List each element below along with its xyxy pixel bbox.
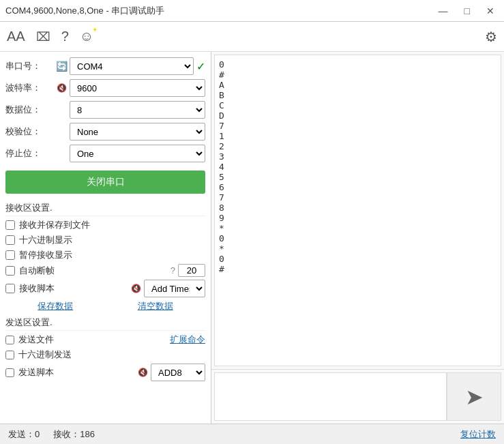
- send-textarea[interactable]: [214, 372, 447, 421]
- data-bits-row: 数据位： 8: [5, 101, 205, 119]
- send-arrow-icon: ➤: [465, 384, 484, 410]
- gear-icon[interactable]: ⚙: [485, 29, 497, 45]
- clear-data-button[interactable]: 清空数据: [138, 300, 173, 312]
- auto-frame-right: ?: [171, 264, 205, 277]
- baud-rate-icon: 🔇: [53, 83, 70, 93]
- toolbar: AA ⌧ ? ☺ ✦ ⚙: [0, 22, 504, 52]
- check-mark: ✓: [196, 60, 205, 73]
- reset-count-button[interactable]: 复位计数: [460, 428, 496, 441]
- send-area-row: ➤: [211, 369, 504, 424]
- serial-port-row: 串口号： 🔄 COM4 ✓: [5, 57, 205, 75]
- receive-script-checkbox[interactable]: [5, 284, 15, 293]
- send-settings-title: 发送区设置.: [5, 316, 205, 331]
- save-to-file-row: 接收并保存到文件: [5, 219, 205, 231]
- star-icon: ✦: [92, 26, 98, 33]
- hex-send-checkbox[interactable]: [5, 351, 14, 359]
- hex-display-checkbox[interactable]: [5, 235, 15, 245]
- window-title: COM4,9600,None,8,One - 串口调试助手: [5, 5, 164, 17]
- smiley-icon[interactable]: ☺ ✦: [80, 29, 93, 44]
- send-script-icon: 🔇: [138, 368, 148, 377]
- data-bits-select[interactable]: 8: [70, 101, 205, 119]
- receive-settings-title: 接收区设置.: [5, 202, 205, 216]
- send-file-checkbox[interactable]: [5, 336, 14, 344]
- serial-port-icon: 🔄: [53, 61, 70, 72]
- hex-send-label: 十六进制发送: [18, 349, 72, 361]
- send-count: 0: [35, 429, 40, 439]
- save-data-button[interactable]: 保存数据: [38, 300, 73, 312]
- receive-count: 186: [80, 429, 95, 439]
- serial-port-select[interactable]: COM4: [70, 57, 194, 75]
- parity-label: 校验位：: [5, 125, 53, 138]
- title-bar: COM4,9600,None,8,One - 串口调试助手 — □ ✕: [0, 0, 504, 22]
- pause-display-label: 暂停接收显示: [19, 249, 72, 261]
- data-link-row: 保存数据 清空数据: [5, 300, 205, 312]
- receive-script-label: 接收脚本: [19, 282, 55, 295]
- send-script-checkbox[interactable]: [5, 368, 14, 377]
- close-port-button[interactable]: 关闭串口: [5, 171, 205, 194]
- data-bits-label: 数据位：: [5, 104, 53, 116]
- auto-frame-input[interactable]: [178, 264, 205, 277]
- parity-select[interactable]: None: [70, 123, 205, 140]
- receive-script-select[interactable]: Add Timest: [144, 280, 205, 297]
- auto-frame-checkbox[interactable]: [5, 266, 15, 276]
- send-file-label: 发送文件: [18, 334, 54, 346]
- close-button[interactable]: ✕: [482, 4, 499, 18]
- serial-port-label: 串口号：: [5, 60, 53, 72]
- pause-display-row: 暂停接收显示: [5, 249, 205, 261]
- send-script-label: 发送脚本: [18, 366, 54, 379]
- minimize-button[interactable]: —: [434, 4, 452, 18]
- baud-rate-row: 波特率： 🔇 9600: [5, 79, 205, 97]
- save-to-file-label: 接收并保存到文件: [19, 219, 90, 231]
- receive-script-icon: 🔇: [131, 284, 141, 293]
- auto-frame-label: 自动断帧: [19, 265, 55, 277]
- title-bar-controls: — □ ✕: [434, 4, 499, 18]
- baud-rate-label: 波特率：: [5, 82, 53, 94]
- status-bar: 发送：0 接收：186 复位计数: [0, 424, 504, 444]
- receive-label: 接收：: [53, 429, 80, 439]
- send-script-row: 发送脚本 🔇 ADD8: [5, 364, 205, 381]
- send-script-select[interactable]: ADD8: [151, 364, 205, 381]
- auto-frame-question[interactable]: ?: [171, 265, 175, 276]
- help-icon[interactable]: ?: [61, 29, 69, 44]
- stop-bits-row: 停止位： One: [5, 145, 205, 162]
- hex-display-label: 十六进制显示: [19, 234, 72, 246]
- receive-status: 接收：186: [53, 428, 95, 441]
- stop-bits-label: 停止位：: [5, 147, 53, 160]
- font-icon[interactable]: AA: [7, 29, 25, 44]
- parity-row: 校验位： None: [5, 123, 205, 140]
- crop-icon[interactable]: ⌧: [36, 29, 50, 44]
- send-button[interactable]: ➤: [447, 372, 501, 421]
- restore-button[interactable]: □: [460, 4, 474, 18]
- send-status: 发送：0: [8, 428, 40, 441]
- main-layout: 串口号： 🔄 COM4 ✓ 波特率： 🔇 9600 数据位： 8: [0, 52, 504, 424]
- pause-display-checkbox[interactable]: [5, 250, 15, 260]
- hex-display-row: 十六进制显示: [5, 234, 205, 246]
- hex-send-row: 十六进制发送: [5, 349, 205, 361]
- receive-script-row: 接收脚本 🔇 Add Timest: [5, 280, 205, 297]
- receive-area: 0 # A B C D 7 1 2 3 4 5 6 7 8 9 * 0 * 0 …: [214, 55, 501, 366]
- left-panel: 串口号： 🔄 COM4 ✓ 波特率： 🔇 9600 数据位： 8: [0, 52, 211, 424]
- auto-frame-row: 自动断帧 ?: [5, 264, 205, 277]
- send-label: 发送：: [8, 429, 35, 439]
- smiley-face: ☺: [80, 29, 93, 44]
- toolbar-left: AA ⌧ ? ☺ ✦: [7, 29, 93, 44]
- right-panel: 0 # A B C D 7 1 2 3 4 5 6 7 8 9 * 0 * 0 …: [211, 52, 504, 424]
- save-to-file-checkbox[interactable]: [5, 220, 15, 230]
- serial-port-control: COM4 ✓: [70, 57, 205, 75]
- stop-bits-select[interactable]: One: [70, 145, 205, 162]
- expand-cmd-button[interactable]: 扩展命令: [170, 334, 205, 346]
- send-file-row: 发送文件 扩展命令: [5, 334, 205, 346]
- receive-script-right: 🔇 Add Timest: [131, 280, 205, 297]
- baud-rate-select[interactable]: 9600: [70, 79, 205, 97]
